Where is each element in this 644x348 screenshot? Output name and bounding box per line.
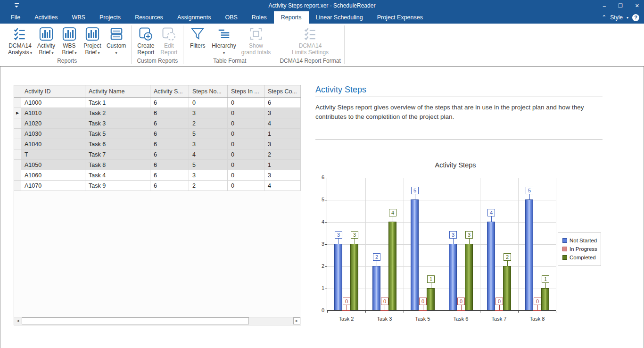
tab-roles[interactable]: Roles	[245, 11, 274, 24]
table-row-a1020[interactable]: A1020Task 36204	[14, 118, 301, 129]
label-connector	[529, 194, 530, 200]
data-label: 0	[419, 298, 427, 305]
tab-linear-scheduling[interactable]: Linear Scheduling	[309, 11, 370, 24]
cell: 6	[264, 98, 301, 108]
data-label: 0	[534, 298, 541, 305]
cell: 1	[264, 160, 301, 170]
tab-reports[interactable]: Reports	[274, 11, 309, 24]
legend-item-not-started: Not Started	[562, 238, 601, 243]
row-selector	[14, 149, 21, 159]
restore-button[interactable]: ❐	[618, 0, 623, 11]
tab-project-expenses[interactable]: Project Expenses	[370, 11, 430, 24]
dropdown-caret-icon: ▾	[97, 51, 99, 55]
table-row-a1010[interactable]: ▶A1010Task 26303	[14, 108, 301, 118]
edit-report-icon	[162, 27, 176, 41]
dcma14-analysis-button[interactable]: DCMA14Analysis ▾	[6, 25, 34, 56]
cell: A1000	[21, 98, 85, 108]
x-axis-tick	[404, 311, 404, 313]
create-report-button[interactable]: CreateReport	[135, 25, 157, 56]
column-header-activity-name[interactable]: Activity Name	[85, 85, 150, 97]
legend-label: Completed	[570, 255, 596, 260]
dropdown-caret-icon: ▾	[29, 51, 32, 55]
wbs-brief-button[interactable]: WBSBrief ▾	[58, 25, 80, 56]
scrollbar-thumb[interactable]	[22, 317, 249, 324]
tab-assignments[interactable]: Assignments	[170, 11, 218, 24]
column-header-steps-in[interactable]: Steps In ...	[228, 85, 264, 97]
table-row-a1050[interactable]: A1050Task 86501	[14, 160, 301, 170]
y-axis-tick	[325, 244, 327, 245]
table-header-row: Activity IDActivity NameActivity S...Ste…	[14, 85, 301, 98]
collapse-ribbon-icon[interactable]: ⌃	[602, 15, 606, 20]
cell: 3	[189, 170, 228, 180]
table-row-a1000[interactable]: A1000Task 16006	[14, 98, 301, 108]
bar-completed-task-2	[350, 244, 358, 310]
column-header-steps-no[interactable]: Steps No...	[189, 85, 228, 97]
table-row-a1070[interactable]: A1070Task 96204	[14, 181, 301, 191]
tab-projects[interactable]: Projects	[92, 11, 128, 24]
cell: A1010	[21, 108, 85, 118]
legend-item-completed: Completed	[562, 255, 601, 260]
tab-wbs[interactable]: WBS	[65, 11, 92, 24]
tab-resources[interactable]: Resources	[128, 11, 170, 24]
activity-brief-button[interactable]: ActivityBrief ▾	[35, 25, 57, 56]
hierarchy-button[interactable]: Hierarchy▾	[210, 25, 238, 56]
style-dropdown-icon[interactable]: ▾	[627, 16, 628, 20]
y-axis-tick	[325, 178, 327, 178]
y-axis-label: 2	[316, 263, 324, 269]
table-row-a1030[interactable]: A1030Task 56501	[14, 129, 301, 139]
show-grand-totals-button: Showgrand totals	[239, 25, 273, 56]
style-button[interactable]: Style	[610, 14, 623, 21]
cell: 5	[189, 129, 228, 139]
tab-activities[interactable]: Activities	[27, 11, 65, 24]
bar-chart-icon	[39, 27, 53, 41]
cell: Task 9	[85, 181, 150, 191]
cell: 3	[189, 108, 228, 118]
scroll-right-arrow-icon[interactable]: ►	[293, 317, 300, 324]
wbs-brief-label: WBSBrief ▾	[62, 43, 76, 56]
custom-button[interactable]: Custom▾	[105, 25, 128, 56]
horizontal-scrollbar[interactable]: ◄ ►	[14, 317, 301, 325]
table-row-a1060[interactable]: A1060Task 46303	[14, 170, 301, 181]
cell: 0	[189, 98, 228, 108]
close-button[interactable]: ✕	[635, 0, 639, 11]
cell: A1050	[21, 160, 85, 170]
window-title: Activity Steps report.xer - ScheduleRead…	[269, 0, 376, 11]
label-connector	[339, 239, 339, 244]
data-label: 0	[381, 298, 388, 305]
report-description: Activity Steps report gives overview of …	[315, 103, 600, 122]
divider	[315, 140, 603, 140]
activity-table: Activity IDActivity NameActivity S...Ste…	[14, 85, 301, 191]
column-header-steps-co[interactable]: Steps Co...	[264, 85, 301, 97]
column-header-activity-id[interactable]: Activity ID	[21, 85, 85, 97]
bar-completed-task-8	[541, 288, 549, 310]
cell: 2	[189, 181, 228, 191]
dropdown-caret-icon: ▾	[74, 51, 76, 55]
row-selector	[14, 170, 21, 180]
ribbon: DCMA14Analysis ▾ActivityBrief ▾WBSBrief …	[0, 24, 644, 66]
gridline	[556, 178, 556, 310]
checklist-icon	[13, 27, 27, 41]
column-header-activity-s[interactable]: Activity S...	[150, 85, 189, 97]
label-connector	[385, 305, 385, 311]
divider	[315, 97, 603, 97]
help-button[interactable]: ?	[632, 14, 639, 21]
table-row-a1040[interactable]: A1040Task 66303	[14, 139, 301, 149]
ribbon-group-reports: DCMA14Analysis ▾ActivityBrief ▾WBSBrief …	[3, 24, 131, 66]
project-brief-button[interactable]: ProjectBrief ▾	[82, 25, 103, 56]
quick-access-menu-icon[interactable]	[14, 2, 20, 9]
cell: 6	[150, 181, 189, 191]
row-selector-header	[14, 85, 21, 97]
x-axis-label: Task 5	[404, 316, 442, 322]
title-bar: Activity Steps report.xer - ScheduleRead…	[0, 0, 644, 11]
filters-button[interactable]: Filters	[187, 25, 208, 50]
y-axis-label: 1	[316, 285, 324, 291]
data-label: 1	[542, 275, 549, 283]
tab-file[interactable]: File	[4, 11, 27, 24]
label-connector	[393, 216, 393, 222]
activity-table-panel: Activity IDActivity NameActivity S...Ste…	[14, 85, 301, 325]
table-row-t[interactable]: TTask 76402	[14, 149, 301, 160]
minimize-button[interactable]: –	[603, 0, 606, 11]
tab-obs[interactable]: OBS	[218, 11, 244, 24]
cell: 4	[264, 181, 301, 191]
scroll-left-arrow-icon[interactable]: ◄	[15, 318, 21, 324]
